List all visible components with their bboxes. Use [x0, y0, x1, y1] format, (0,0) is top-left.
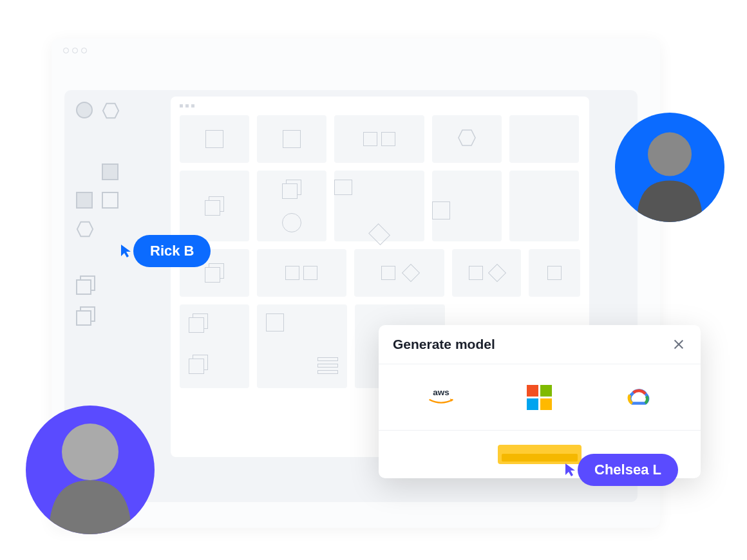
stack-icon	[189, 355, 208, 374]
provider-google-cloud[interactable]	[616, 381, 661, 413]
avatar-chelsea	[26, 406, 155, 534]
square-icon	[381, 132, 395, 146]
grid-cell[interactable]	[257, 304, 347, 388]
list-icon	[317, 357, 338, 374]
google-cloud-icon	[624, 386, 652, 409]
grid-cell[interactable]	[334, 115, 424, 163]
circle-icon	[282, 213, 301, 232]
grid-cell[interactable]	[529, 249, 580, 297]
grid-cell[interactable]	[452, 249, 522, 297]
tool-square-filled-icon[interactable]	[102, 163, 118, 180]
svg-marker-1	[77, 222, 93, 236]
cursor-label: Chelsea L	[578, 454, 678, 486]
tool-stack-icon[interactable]	[76, 306, 95, 326]
provider-microsoft[interactable]	[517, 381, 562, 413]
person-icon	[615, 113, 724, 222]
grid-cell[interactable]	[180, 115, 249, 163]
stack-icon	[282, 180, 301, 199]
square-icon	[283, 130, 301, 148]
cursor-label: Rick B	[133, 235, 211, 267]
window-dot	[72, 48, 78, 53]
stack-icon	[189, 313, 208, 333]
close-icon[interactable]	[671, 337, 686, 352]
panel-dots	[171, 97, 589, 115]
svg-point-3	[648, 133, 692, 176]
square-icon	[266, 313, 284, 331]
tool-square-filled-icon[interactable]	[76, 192, 93, 209]
aws-icon: aws	[423, 386, 459, 408]
square-icon	[303, 266, 317, 280]
tool-palette	[76, 102, 140, 337]
grid-cell[interactable]	[432, 171, 502, 241]
svg-text:aws: aws	[433, 388, 449, 398]
diamond-icon	[488, 264, 506, 282]
hexagon-icon	[457, 128, 477, 150]
tool-stack-icon[interactable]	[76, 275, 95, 295]
tool-hexagon-icon[interactable]	[76, 220, 94, 238]
microsoft-icon	[527, 385, 552, 410]
window-controls	[52, 39, 660, 62]
grid-cell[interactable]	[509, 115, 579, 163]
cursor-icon	[563, 462, 578, 478]
tool-square-icon[interactable]	[102, 192, 118, 209]
window-dot	[81, 48, 87, 53]
person-icon	[26, 406, 155, 534]
square-icon	[547, 266, 562, 280]
svg-point-4	[62, 424, 118, 480]
grid-cell[interactable]	[354, 249, 444, 297]
grid-cell[interactable]	[257, 249, 347, 297]
svg-marker-0	[103, 104, 118, 118]
square-icon	[205, 130, 223, 148]
stack-icon	[205, 196, 224, 216]
cursor-chelsea: Chelsea L	[563, 454, 678, 486]
grid-cell[interactable]	[509, 171, 579, 241]
grid-cell[interactable]	[334, 171, 424, 241]
window-dot	[63, 48, 69, 53]
grid-cell[interactable]	[180, 171, 249, 241]
square-icon	[334, 180, 352, 195]
grid-cell[interactable]	[180, 304, 249, 388]
svg-marker-2	[459, 130, 475, 145]
square-icon	[381, 266, 395, 280]
square-icon	[363, 132, 377, 146]
grid-cell[interactable]	[257, 171, 326, 241]
tool-circle-icon[interactable]	[76, 102, 93, 118]
diamond-icon	[368, 223, 390, 245]
modal-title: Generate model	[393, 337, 495, 352]
square-icon	[432, 201, 450, 219]
grid-cell[interactable]	[432, 115, 502, 163]
cursor-icon	[119, 243, 133, 259]
provider-aws[interactable]: aws	[419, 381, 464, 413]
square-icon	[285, 266, 299, 280]
diamond-icon	[402, 264, 420, 282]
cursor-rick: Rick B	[119, 235, 211, 267]
tool-hexagon-icon[interactable]	[102, 102, 120, 120]
avatar-rick	[615, 113, 724, 222]
square-icon	[469, 266, 483, 280]
grid-cell[interactable]	[257, 115, 326, 163]
